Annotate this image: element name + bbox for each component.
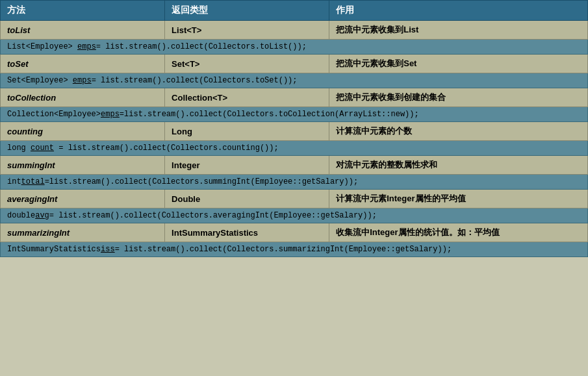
method-name-cell: summingInt	[1, 156, 165, 175]
method-name-cell: toList	[1, 21, 165, 40]
desc-cell: 把流中元素收集到List	[329, 21, 588, 40]
method-row: averagingIntDouble计算流中元素Integer属性的平均值	[1, 190, 588, 208]
code-row: long count = list.stream().collect(Colle…	[1, 141, 588, 156]
desc-cell: 把流中元素收集到Set	[329, 55, 588, 73]
method-row: summarizingIntIntSummaryStatistics收集流中In…	[1, 223, 588, 242]
collectors-table: 方法返回类型作用toListList<T>把流中元素收集到ListList<Em…	[0, 0, 588, 257]
code-cell: List<Employee> emps= list.stream().colle…	[1, 40, 588, 55]
code-cell: Set<Employee> emps= list.stream().collec…	[1, 73, 588, 88]
method-row: toListList<T>把流中元素收集到List	[1, 21, 588, 40]
code-row: doubleavg= list.stream().collect(Collect…	[1, 208, 588, 223]
code-row: inttotal=list.stream().collect(Collector…	[1, 175, 588, 190]
header-row: 方法返回类型作用	[1, 1, 588, 21]
method-row: toSetSet<T>把流中元素收集到Set	[1, 55, 588, 73]
code-row: Collection<Employee>emps=list.stream().c…	[1, 107, 588, 122]
code-row: List<Employee> emps= list.stream().colle…	[1, 40, 588, 55]
code-cell: long count = list.stream().collect(Colle…	[1, 141, 588, 156]
return-type-cell: Integer	[165, 156, 329, 175]
desc-cell: 把流中元素收集到创建的集合	[329, 88, 588, 107]
return-type-cell: IntSummaryStatistics	[165, 223, 329, 242]
return-type-cell: Set<T>	[165, 55, 329, 73]
method-name-cell: toCollection	[1, 88, 165, 107]
method-row: countingLong计算流中元素的个数	[1, 122, 588, 141]
method-name-cell: summarizingInt	[1, 223, 165, 242]
return-type-cell: Long	[165, 122, 329, 141]
header-cell-col2: 返回类型	[165, 1, 329, 21]
method-row: toCollectionCollection<T>把流中元素收集到创建的集合	[1, 88, 588, 107]
desc-cell: 收集流中Integer属性的统计值。如：平均值	[329, 223, 588, 242]
code-cell: inttotal=list.stream().collect(Collector…	[1, 175, 588, 190]
code-cell: IntSummaryStatisticsiss= list.stream().c…	[1, 242, 588, 257]
code-row: IntSummaryStatisticsiss= list.stream().c…	[1, 242, 588, 257]
desc-cell: 计算流中元素Integer属性的平均值	[329, 190, 588, 208]
method-name-cell: counting	[1, 122, 165, 141]
return-type-cell: Double	[165, 190, 329, 208]
method-row: summingIntInteger对流中元素的整数属性求和	[1, 156, 588, 175]
code-cell: doubleavg= list.stream().collect(Collect…	[1, 208, 588, 223]
code-row: Set<Employee> emps= list.stream().collec…	[1, 73, 588, 88]
return-type-cell: Collection<T>	[165, 88, 329, 107]
desc-cell: 对流中元素的整数属性求和	[329, 156, 588, 175]
main-table-container: 方法返回类型作用toListList<T>把流中元素收集到ListList<Em…	[0, 0, 588, 257]
method-name-cell: averagingInt	[1, 190, 165, 208]
code-cell: Collection<Employee>emps=list.stream().c…	[1, 107, 588, 122]
desc-cell: 计算流中元素的个数	[329, 122, 588, 141]
method-name-cell: toSet	[1, 55, 165, 73]
header-cell-col1: 方法	[1, 1, 165, 21]
return-type-cell: List<T>	[165, 21, 329, 40]
header-cell-col3: 作用	[329, 1, 588, 21]
